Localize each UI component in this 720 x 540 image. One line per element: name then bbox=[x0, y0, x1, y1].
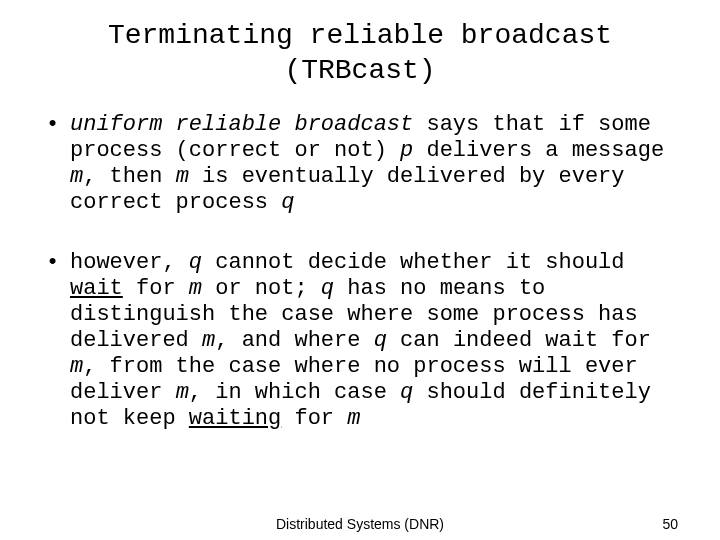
bullet-2-q4: q bbox=[400, 380, 413, 405]
bullet-2-m3: m bbox=[70, 354, 83, 379]
bullet-2-q2: q bbox=[321, 276, 334, 301]
bullet-2-wait2: waiting bbox=[189, 406, 281, 431]
bullet-1-t3: , then bbox=[83, 164, 175, 189]
title-line-2: (TRBcast) bbox=[284, 55, 435, 86]
bullet-2-q1: q bbox=[189, 250, 202, 275]
bullet-2-q3: q bbox=[374, 328, 387, 353]
bullet-2-m4: m bbox=[176, 380, 189, 405]
footer-source: Distributed Systems (DNR) bbox=[0, 516, 720, 532]
bullet-2-t6: , and where bbox=[215, 328, 373, 353]
bullet-1-lead: uniform reliable broadcast bbox=[70, 112, 413, 137]
bullet-2-t7: can indeed wait for bbox=[387, 328, 651, 353]
bullet-1-t2: delivers a message bbox=[413, 138, 664, 163]
bullet-1-q: q bbox=[281, 190, 294, 215]
bullet-list: uniform reliable broadcast says that if … bbox=[42, 112, 678, 431]
slide-title: Terminating reliable broadcast (TRBcast) bbox=[42, 18, 678, 88]
bullet-2-t3: for bbox=[123, 276, 189, 301]
slide: Terminating reliable broadcast (TRBcast)… bbox=[0, 0, 720, 540]
bullet-1-m2: m bbox=[176, 164, 189, 189]
page-number: 50 bbox=[662, 516, 678, 532]
bullet-1-m1: m bbox=[70, 164, 83, 189]
bullet-2-t9: , in which case bbox=[189, 380, 400, 405]
bullet-1: uniform reliable broadcast says that if … bbox=[42, 112, 678, 216]
bullet-2-t4: or not; bbox=[202, 276, 321, 301]
bullet-2-t2: cannot decide whether it should bbox=[202, 250, 624, 275]
bullet-2: however, q cannot decide whether it shou… bbox=[42, 250, 678, 432]
bullet-2-m5: m bbox=[347, 406, 360, 431]
bullet-2-m2: m bbox=[202, 328, 215, 353]
bullet-2-t11: for bbox=[281, 406, 347, 431]
bullet-1-p: p bbox=[400, 138, 413, 163]
bullet-2-wait1: wait bbox=[70, 276, 123, 301]
bullet-2-t1: however, bbox=[70, 250, 189, 275]
title-line-1: Terminating reliable broadcast bbox=[108, 20, 612, 51]
bullet-2-m1: m bbox=[189, 276, 202, 301]
